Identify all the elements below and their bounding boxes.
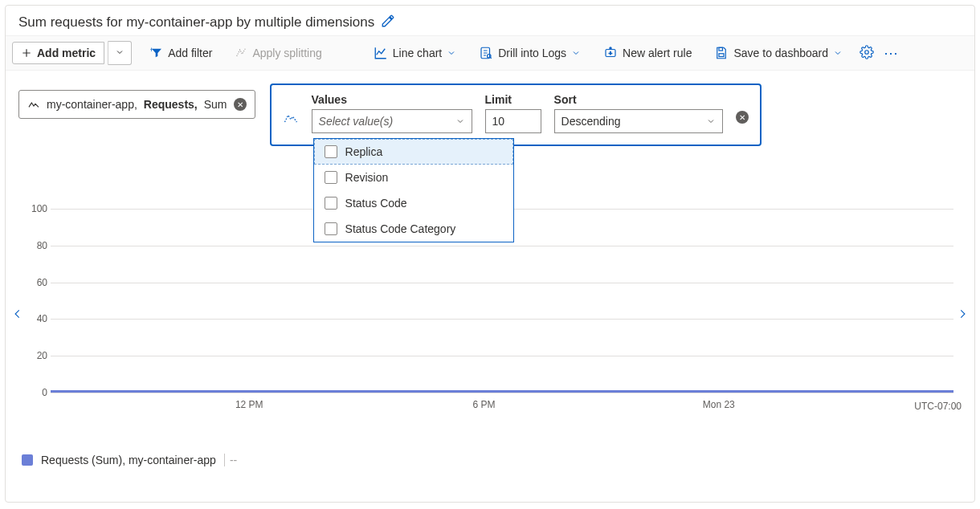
legend-value: -- bbox=[224, 454, 242, 466]
save-dashboard-button[interactable]: Save to dashboard bbox=[705, 41, 851, 65]
remove-chip-icon[interactable]: ✕ bbox=[234, 98, 247, 111]
dropdown-option[interactable]: Status Code Category bbox=[314, 216, 513, 242]
gridline bbox=[51, 319, 953, 320]
y-tick-label: 40 bbox=[25, 313, 47, 324]
line-chart-button[interactable]: Line chart bbox=[365, 41, 465, 65]
split-icon bbox=[283, 110, 299, 133]
gridline bbox=[51, 393, 953, 393]
dropdown-option[interactable]: Replica bbox=[314, 139, 513, 165]
limit-input[interactable]: 10 bbox=[485, 109, 541, 133]
metric-chip[interactable]: my-container-app, Requests, Sum ✕ bbox=[18, 90, 255, 119]
svg-rect-7 bbox=[719, 54, 724, 57]
drill-logs-button[interactable]: Drill into Logs bbox=[470, 41, 590, 65]
dropdown-option-label: Status Code Category bbox=[345, 222, 456, 235]
title-row: Sum requests for my-container-app by mul… bbox=[6, 6, 974, 35]
metric-row: my-container-app, Requests, Sum ✕ Values… bbox=[6, 71, 974, 146]
add-metric-button[interactable]: Add metric bbox=[12, 42, 104, 64]
timezone-label: UTC-07:00 bbox=[914, 401, 962, 412]
dropdown-option[interactable]: Revision bbox=[314, 165, 513, 190]
chart-title: Sum requests for my-container-app by mul… bbox=[18, 14, 374, 31]
metrics-card: Sum requests for my-container-app by mul… bbox=[5, 5, 975, 503]
values-label: Values bbox=[312, 93, 472, 106]
values-dropdown: ReplicaRevisionStatus CodeStatus Code Ca… bbox=[313, 138, 514, 242]
y-tick-label: 20 bbox=[25, 350, 47, 361]
splitting-panel: Values Select value(s) Limit 10 Sort Des… bbox=[270, 83, 762, 146]
values-select[interactable]: Select value(s) bbox=[312, 109, 472, 133]
limit-label: Limit bbox=[485, 93, 541, 106]
x-tick-label: Mon 23 bbox=[703, 399, 735, 410]
chart-next-icon[interactable] bbox=[955, 303, 970, 325]
x-tick-label: 6 PM bbox=[473, 399, 496, 410]
y-tick-label: 100 bbox=[25, 203, 47, 214]
toolbar: Add metric + Add filter Apply splitting … bbox=[6, 35, 974, 71]
more-icon[interactable]: ⋯ bbox=[879, 44, 903, 62]
sort-select[interactable]: Descending bbox=[554, 109, 723, 133]
checkbox-icon bbox=[325, 222, 337, 235]
y-tick-label: 0 bbox=[25, 387, 47, 398]
svg-rect-6 bbox=[719, 47, 723, 51]
edit-title-icon[interactable] bbox=[381, 14, 395, 31]
sort-field: Sort Descending bbox=[554, 93, 723, 133]
new-alert-button[interactable]: + New alert rule bbox=[594, 41, 700, 65]
x-axis: 12 PM6 PMMon 23 bbox=[51, 399, 953, 412]
remove-splitting-icon[interactable]: ✕ bbox=[736, 111, 749, 124]
dropdown-option-label: Status Code bbox=[345, 197, 407, 210]
checkbox-icon bbox=[325, 171, 337, 184]
gridline bbox=[51, 246, 953, 246]
legend: Requests (Sum), my-container-app -- bbox=[22, 454, 242, 466]
y-tick-label: 60 bbox=[25, 277, 47, 288]
add-filter-button[interactable]: + Add filter bbox=[141, 42, 221, 64]
limit-field: Limit 10 bbox=[485, 93, 541, 133]
settings-icon[interactable] bbox=[860, 45, 874, 62]
chip-aggregation: Sum bbox=[204, 98, 227, 111]
dropdown-option[interactable]: Status Code bbox=[314, 190, 513, 216]
x-tick-label: 12 PM bbox=[235, 399, 263, 410]
checkbox-icon bbox=[325, 145, 337, 158]
svg-point-8 bbox=[865, 50, 869, 54]
legend-swatch bbox=[22, 454, 33, 466]
apply-splitting-button[interactable]: Apply splitting bbox=[226, 42, 330, 64]
checkbox-icon bbox=[325, 197, 337, 210]
gridline bbox=[51, 356, 953, 356]
chart-prev-icon[interactable] bbox=[10, 303, 25, 325]
chip-resource: my-container-app, bbox=[47, 98, 137, 111]
gridline bbox=[51, 283, 953, 283]
chip-metric: Requests, bbox=[144, 98, 198, 111]
dropdown-option-label: Revision bbox=[345, 171, 389, 184]
add-metric-chevron[interactable] bbox=[108, 41, 132, 65]
data-series-line bbox=[51, 390, 953, 393]
values-field: Values Select value(s) bbox=[312, 93, 472, 133]
y-tick-label: 80 bbox=[25, 240, 47, 251]
sparkline-icon bbox=[27, 98, 40, 111]
sort-label: Sort bbox=[554, 93, 723, 106]
legend-label: Requests (Sum), my-container-app bbox=[41, 454, 216, 466]
svg-text:+: + bbox=[150, 47, 153, 54]
dropdown-option-label: Replica bbox=[345, 145, 383, 158]
svg-text:+: + bbox=[609, 50, 613, 57]
